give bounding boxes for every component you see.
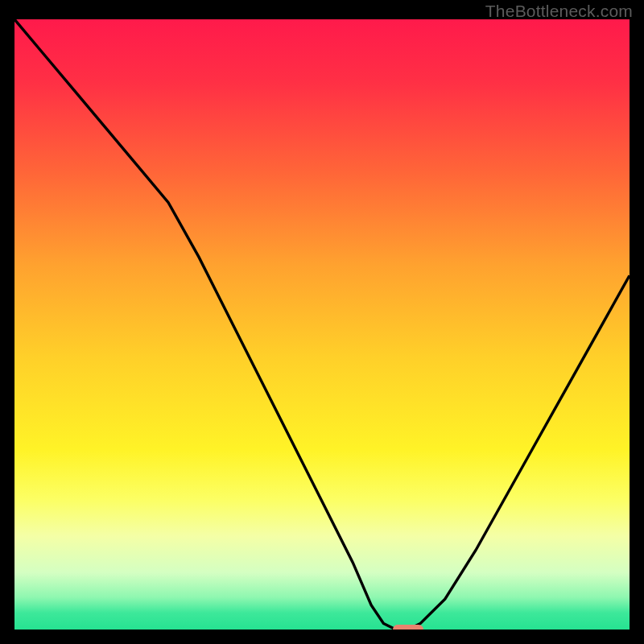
attribution-text: TheBottleneck.com — [485, 2, 633, 21]
optimal-marker — [393, 625, 423, 630]
plot-area — [14, 19, 630, 630]
curve-path — [14, 19, 630, 630]
chart-frame: TheBottleneck.com — [0, 0, 644, 644]
bottleneck-curve — [14, 19, 630, 630]
